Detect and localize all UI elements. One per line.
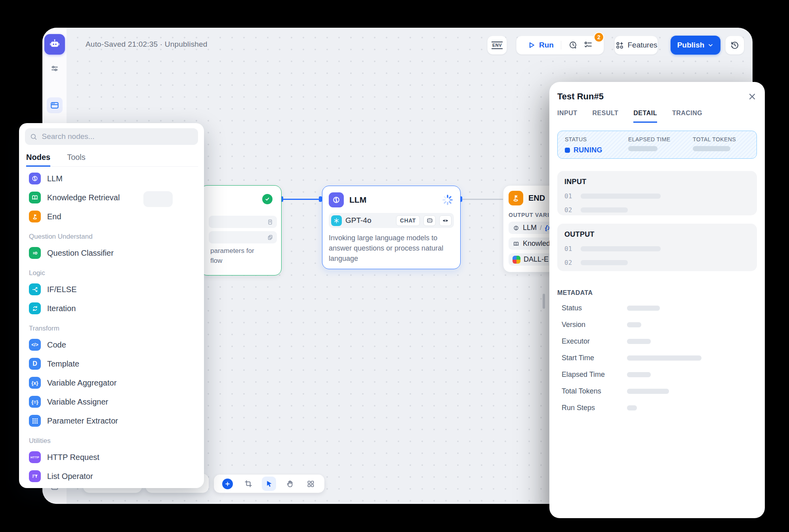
- separator: /: [540, 224, 542, 232]
- history-icon: [730, 40, 739, 50]
- run-button[interactable]: Run: [527, 41, 554, 49]
- skeleton-bar: [693, 146, 730, 151]
- tab-tracing[interactable]: TRACING: [672, 110, 702, 123]
- document-icon: [267, 218, 274, 226]
- node-item-label: Parameter Extractor: [47, 416, 118, 426]
- node-item-label: Variable Aggregator: [47, 378, 116, 388]
- node-item-label: Question Classifier: [47, 249, 114, 258]
- cursor-icon: [265, 480, 273, 488]
- add-note-button[interactable]: [241, 477, 255, 491]
- tab-result[interactable]: RESULT: [593, 110, 619, 123]
- node-item-label: Variable Assigner: [47, 397, 108, 407]
- canvas-scrollbar[interactable]: [543, 294, 545, 309]
- workflow-settings-button[interactable]: [47, 61, 63, 76]
- node-item-variable-aggregator[interactable]: {x} Variable Aggregator: [26, 373, 197, 392]
- node-item-http-request[interactable]: HTTP HTTP Request: [26, 448, 197, 467]
- env-button[interactable]: ENV: [487, 36, 507, 55]
- node-item-parameter-extractor[interactable]: Parameter Extractor: [26, 411, 197, 430]
- metadata-row: Version: [562, 316, 757, 333]
- row-index: 01: [564, 192, 572, 200]
- book-icon: [29, 192, 41, 203]
- metadata-row: Run Steps: [562, 399, 757, 416]
- start-node-field[interactable]: [209, 231, 277, 243]
- skeleton-bar: [581, 207, 628, 213]
- extractor-icon: [29, 415, 41, 427]
- openai-icon: [331, 215, 342, 226]
- canvas-control-bar: [214, 475, 324, 493]
- variable-source: DALL-E: [524, 255, 549, 264]
- search-input[interactable]: [41, 132, 193, 141]
- features-icon: [615, 41, 624, 50]
- tab-tools[interactable]: Tools: [67, 149, 86, 166]
- node-item-template[interactable]: D Template: [26, 354, 197, 373]
- plus-circle-icon: [222, 479, 233, 489]
- node-item-list-operator[interactable]: List Operator: [26, 467, 197, 486]
- skeleton-bar: [628, 146, 658, 151]
- node-item-iteration[interactable]: Iteration: [26, 299, 197, 318]
- auto-layout-button[interactable]: [304, 477, 318, 491]
- close-icon[interactable]: [747, 92, 757, 101]
- features-label: Features: [628, 41, 658, 49]
- metadata-row: Total Tokens: [562, 383, 757, 399]
- node-item-question-classifier[interactable]: Question Classifier: [26, 243, 197, 262]
- node-panel-toggle-button[interactable]: [47, 97, 63, 113]
- add-node-button[interactable]: [220, 477, 234, 491]
- test-run-title: Test Run#5: [557, 91, 747, 102]
- skeleton-bar: [627, 322, 641, 327]
- tab-detail[interactable]: DETAIL: [633, 110, 657, 123]
- features-button[interactable]: Features: [614, 36, 658, 55]
- autosave-status: Auto-Saved 21:02:35 · Unpublished: [86, 40, 208, 49]
- elapsed-time-label: ELAPSED TIME: [628, 136, 693, 142]
- aggregator-icon: {x}: [29, 377, 41, 389]
- edge-start-to-llm[interactable]: [282, 199, 322, 200]
- llm-node[interactable]: LLM GPT-4o CHAT: [322, 186, 461, 269]
- input-section: INPUT 01 02: [557, 171, 757, 215]
- run-history-timer-button[interactable]: [568, 40, 578, 50]
- metadata-row: Elapsed Time: [562, 366, 757, 383]
- metadata-row: Start Time: [562, 350, 757, 366]
- search-box[interactable]: [25, 128, 198, 145]
- node-item-end[interactable]: End: [26, 207, 197, 226]
- window-icon: [50, 100, 60, 110]
- hand-mode-button[interactable]: [283, 477, 297, 491]
- version-history-button[interactable]: [725, 36, 744, 55]
- book-icon: [513, 240, 520, 247]
- tab-input[interactable]: INPUT: [557, 110, 577, 123]
- edge-handle[interactable]: [319, 196, 322, 202]
- brain-icon: [329, 192, 344, 207]
- node-item-variable-assigner[interactable]: {=} Variable Assigner: [26, 392, 197, 411]
- node-item-if-else[interactable]: IF/ELSE: [26, 280, 197, 299]
- node-item-llm[interactable]: LLM: [26, 169, 197, 188]
- model-selector[interactable]: GPT-4o CHAT: [329, 213, 454, 228]
- flag-icon: [509, 191, 523, 205]
- variable-source: Knowled: [523, 239, 550, 248]
- row-index: 02: [564, 206, 572, 214]
- node-search-panel: Nodes Tools LLM Knowledge Retrieval: [19, 123, 204, 488]
- skeleton-bar: [581, 260, 628, 265]
- sliders-icon: [50, 64, 59, 73]
- dots-grid-glyph: [32, 418, 38, 424]
- variable-source: LLM: [523, 224, 537, 232]
- dalle-icon: [513, 256, 520, 264]
- publish-button[interactable]: Publish: [671, 36, 720, 55]
- pointer-mode-button[interactable]: [262, 477, 276, 491]
- metadata-title: METADATA: [557, 289, 757, 296]
- ghost-node-preview: [143, 191, 173, 207]
- app-logo[interactable]: [44, 34, 65, 55]
- panel-tabs: Nodes Tools: [25, 149, 198, 167]
- section-header: Logic: [26, 266, 197, 280]
- node-list: LLM Knowledge Retrieval End Question Und…: [25, 167, 198, 486]
- start-node-field[interactable]: [209, 216, 277, 228]
- output-title: OUTPUT: [564, 230, 750, 239]
- checklist-count-badge: 2: [594, 32, 604, 42]
- edge-llm-to-end[interactable]: [462, 199, 505, 200]
- tab-nodes[interactable]: Nodes: [26, 149, 50, 167]
- loading-spinner-icon: [441, 194, 454, 206]
- node-item-code[interactable]: </> Code: [26, 335, 197, 354]
- checklist-button[interactable]: [583, 40, 593, 50]
- skeleton-bar: [581, 194, 661, 199]
- checklist-icon: [583, 40, 593, 50]
- agent-badge: [423, 215, 436, 226]
- template-icon: D: [29, 358, 41, 370]
- layout-grid-icon: [307, 480, 315, 488]
